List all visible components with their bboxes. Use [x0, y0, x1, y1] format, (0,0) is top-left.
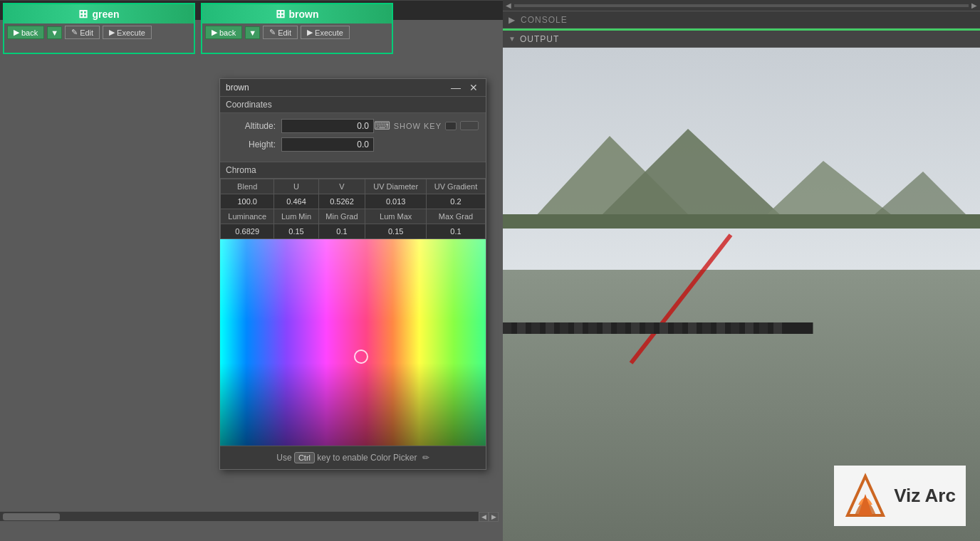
green-execute-icon: ▶: [109, 28, 115, 37]
svg-rect-24: [702, 322, 711, 334]
chroma-values-row-1: 100.0 0.464 0.5262 0.013 0.2: [221, 194, 486, 209]
coordinates-section-label: Coordinates: [220, 96, 486, 113]
chroma-td-max-grad[interactable]: 0.1: [427, 224, 486, 239]
panel-brown: ⊞ brown ▶ back ▼ ✎ Edit ▶ Execute: [201, 3, 393, 54]
chroma-th-min-grad: Min Grad: [318, 209, 365, 224]
scroll-right-arrow-button[interactable]: ▶: [489, 512, 499, 522]
svg-rect-1: [220, 239, 486, 446]
ctrl-key-label: Ctrl: [294, 452, 315, 463]
green-execute-button[interactable]: ▶ Execute: [103, 26, 152, 39]
barrier-svg: [503, 322, 813, 334]
svg-rect-27: [745, 322, 754, 334]
show-key-area: ⌨ SHOW KEY: [374, 119, 479, 132]
height-input[interactable]: [281, 137, 374, 152]
chroma-th-uv-gradient: UV Gradient: [427, 179, 486, 194]
top-panels: ⊞ green ▶ back ▼ ✎ Edit ▶ Execute ⊞ brow…: [0, 0, 499, 57]
chroma-header-row-2: Luminance Lum Min Min Grad Lum Max Max G…: [221, 209, 486, 224]
output-bar: ▼ OUTPUT: [503, 31, 980, 48]
panel-brown-icon: ⊞: [276, 7, 285, 21]
altitude-label: Altitude:: [226, 121, 276, 131]
bottom-scrollbar[interactable]: ◀ ▶: [0, 511, 499, 521]
chroma-th-max-grad: Max Grad: [427, 209, 486, 224]
chroma-th-lum-max: Lum Max: [365, 209, 427, 224]
color-picker-cursor[interactable]: [354, 350, 368, 364]
height-label: Height:: [226, 140, 276, 149]
slider-left-arrow-icon[interactable]: ◀: [506, 1, 511, 9]
panel-slider[interactable]: ◀ ▶: [503, 0, 980, 11]
svg-line-8: [631, 235, 731, 363]
show-key-toggle[interactable]: [460, 121, 479, 130]
svg-rect-22: [674, 322, 682, 334]
chroma-td-v[interactable]: 0.5262: [318, 194, 365, 209]
panel-brown-titlebar: ⊞ brown: [202, 4, 392, 23]
coordinates-section: Altitude: Height: ⌨ SHOW KEY: [220, 113, 486, 162]
chroma-section: Blend U V UV Diameter UV Gradient 100.0 …: [220, 179, 486, 239]
barrier-row: [503, 322, 813, 334]
height-row: Height:: [226, 137, 480, 152]
panel-green: ⊞ green ▶ back ▼ ✎ Edit ▶ Execute: [3, 3, 195, 54]
chroma-td-uv-gradient[interactable]: 0.2: [427, 194, 486, 209]
brown-edit-icon: ✎: [269, 28, 276, 37]
brown-back-dropdown[interactable]: ▼: [245, 26, 260, 39]
svg-rect-23: [688, 322, 697, 334]
viz-arc-symbol: [844, 473, 887, 519]
dialog-title: brown: [226, 83, 249, 93]
green-edit-button[interactable]: ✎ Edit: [65, 26, 100, 39]
dialog-close-button[interactable]: ✕: [467, 82, 480, 93]
console-play-button[interactable]: ▶: [509, 15, 515, 25]
chroma-td-u[interactable]: 0.464: [274, 194, 318, 209]
scroll-left-arrow-button[interactable]: ◀: [479, 512, 489, 522]
brown-back-arrow-icon: ▶: [212, 28, 217, 37]
panel-green-toolbar: ▶ back ▼ ✎ Edit ▶ Execute: [4, 23, 194, 41]
svg-rect-11: [517, 322, 526, 334]
slider-right-arrow-icon[interactable]: ▶: [971, 1, 977, 9]
color-picker-canvas[interactable]: [220, 239, 486, 446]
svg-rect-28: [759, 322, 768, 334]
chroma-th-uv-diameter: UV Diameter: [365, 179, 427, 194]
key-icon: ⌨: [374, 119, 390, 132]
brown-dialog: brown — ✕ Coordinates Altitude: Height: …: [219, 78, 486, 470]
panel-green-icon: ⊞: [78, 7, 88, 21]
svg-rect-26: [731, 322, 739, 334]
chroma-th-lum-min: Lum Min: [274, 209, 318, 224]
svg-rect-29: [773, 322, 782, 334]
green-back-dropdown[interactable]: ▼: [47, 26, 62, 39]
svg-rect-21: [660, 322, 668, 334]
chroma-section-label: Chroma: [220, 162, 486, 179]
svg-rect-14: [560, 322, 568, 334]
green-back-button[interactable]: ▶ back: [7, 26, 44, 39]
slider-track[interactable]: [514, 4, 969, 7]
brown-execute-button[interactable]: ▶ Execute: [301, 26, 350, 39]
green-edit-icon: ✎: [71, 28, 78, 37]
dialog-titlebar: brown — ✕: [220, 79, 486, 96]
brown-back-button[interactable]: ▶ back: [205, 26, 242, 39]
chroma-th-v: V: [318, 179, 365, 194]
chroma-td-uv-diameter[interactable]: 0.013: [365, 194, 427, 209]
dialog-minimize-button[interactable]: —: [449, 82, 463, 93]
chroma-th-blend: Blend: [221, 179, 274, 194]
green-back-arrow-icon: ▶: [14, 28, 19, 37]
chroma-values-row-2: 0.6829 0.15 0.1 0.15 0.1: [221, 224, 486, 239]
color-picker-hint: Use Ctrl key to enable Color Picker ✏: [220, 446, 486, 469]
chroma-th-luminance: Luminance: [221, 209, 274, 224]
color-picker-svg: [220, 239, 486, 446]
panel-brown-title: brown: [289, 9, 319, 20]
console-label: CONSOLE: [521, 15, 568, 25]
svg-rect-20: [645, 322, 654, 334]
svg-rect-12: [531, 322, 540, 334]
brown-edit-button[interactable]: ✎ Edit: [263, 26, 298, 39]
color-picker-pencil-icon: ✏: [422, 453, 429, 463]
panel-brown-toolbar: ▶ back ▼ ✎ Edit ▶ Execute: [202, 23, 392, 41]
output-arrow-icon[interactable]: ▼: [509, 35, 516, 43]
chroma-td-blend[interactable]: 100.0: [221, 194, 274, 209]
console-bar: ▶ CONSOLE: [503, 11, 980, 28]
altitude-input[interactable]: [281, 119, 374, 133]
show-key-label: SHOW KEY: [394, 122, 442, 130]
svg-rect-25: [716, 322, 725, 334]
chroma-td-min-grad[interactable]: 0.1: [318, 224, 365, 239]
chroma-td-lum-min[interactable]: 0.15: [274, 224, 318, 239]
scroll-thumb[interactable]: [3, 513, 60, 520]
chroma-td-lum-max[interactable]: 0.15: [365, 224, 427, 239]
chroma-td-luminance[interactable]: 0.6829: [221, 224, 274, 239]
panel-green-title: green: [92, 9, 119, 20]
